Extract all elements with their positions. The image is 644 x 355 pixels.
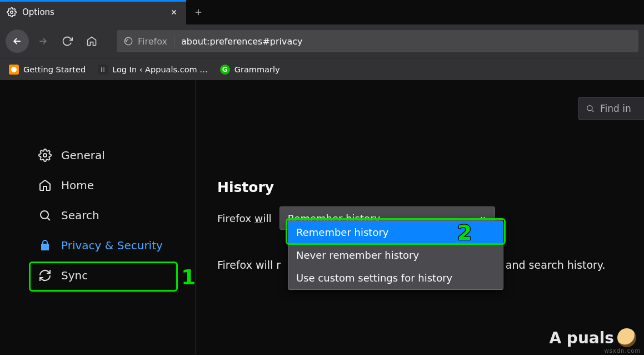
firefox-icon: [123, 36, 133, 46]
sidebar-item-label: Privacy & Security: [61, 239, 163, 252]
svg-point-2: [11, 67, 17, 72]
annotation-number-1: 1: [181, 265, 196, 289]
sidebar-item-label: Search: [61, 209, 99, 222]
svg-point-7: [587, 106, 592, 111]
preferences-content: Find in History Firefox will Remember hi…: [196, 80, 644, 355]
back-button[interactable]: [6, 29, 29, 53]
svg-rect-3: [101, 67, 102, 72]
bookmark-label: Log In ‹ Appuals.com …: [112, 65, 208, 74]
gear-icon: [7, 7, 17, 17]
sidebar-item-label: General: [61, 149, 105, 162]
bookmark-grammarly[interactable]: G Grammarly: [220, 65, 280, 75]
sidebar-item-privacy[interactable]: Privacy & Security: [32, 230, 196, 260]
home-button[interactable]: [81, 31, 102, 52]
bookmark-label: Grammarly: [234, 65, 280, 74]
sidebar-item-label: Home: [61, 179, 94, 192]
history-mode-label: Firefox will: [217, 213, 272, 224]
svg-point-5: [43, 154, 47, 157]
identity-label: Firefox: [138, 36, 167, 47]
tab-options[interactable]: Options: [0, 0, 186, 24]
sidebar-item-label: Sync: [61, 269, 88, 282]
new-tab-button[interactable]: [186, 0, 211, 24]
bookmark-icon: [9, 65, 19, 75]
option-never-remember[interactable]: Never remember history: [288, 244, 503, 267]
toolbar: Firefox about:preferences#privacy: [0, 24, 644, 58]
lock-icon: [38, 239, 52, 252]
site-identity[interactable]: Firefox: [123, 36, 174, 47]
svg-point-0: [11, 11, 13, 14]
url-bar[interactable]: Firefox about:preferences#privacy: [117, 30, 638, 52]
bookmark-icon: G: [220, 65, 230, 75]
find-in-options[interactable]: Find in: [578, 97, 644, 120]
sidebar-item-sync[interactable]: Sync: [32, 260, 196, 290]
sync-icon: [38, 269, 52, 282]
source-watermark: wsxdn.com: [604, 348, 641, 354]
tab-title: Options: [22, 7, 163, 17]
home-icon: [38, 179, 52, 192]
reload-button[interactable]: [57, 31, 78, 52]
search-placeholder: Find in: [600, 103, 631, 114]
search-icon: [586, 104, 595, 113]
bookmark-getting-started[interactable]: Getting Started: [9, 65, 86, 75]
sidebar-item-home[interactable]: Home: [32, 170, 196, 200]
preferences-sidebar: General Home Search Privacy & Security S…: [0, 80, 196, 355]
sidebar-item-general[interactable]: General: [32, 140, 196, 170]
bookmark-appuals[interactable]: Log In ‹ Appuals.com …: [98, 65, 208, 75]
annotation-number-2: 2: [457, 220, 472, 245]
option-custom-settings[interactable]: Use custom settings for history: [288, 267, 503, 289]
sidebar-item-search[interactable]: Search: [32, 200, 196, 230]
bookmarks-bar: Getting Started Log In ‹ Appuals.com … G…: [0, 58, 644, 80]
svg-point-6: [41, 211, 48, 219]
section-heading-history: History: [217, 179, 623, 195]
appuals-watermark: A puals: [549, 328, 636, 347]
forward-button: [32, 31, 53, 52]
url-text: about:preferences#privacy: [181, 36, 303, 47]
search-icon: [38, 209, 52, 222]
close-icon[interactable]: [168, 8, 179, 16]
svg-rect-4: [103, 67, 104, 72]
bookmark-label: Getting Started: [23, 65, 86, 74]
gear-icon: [38, 149, 52, 162]
tab-strip: Options: [0, 0, 644, 24]
preferences-main: General Home Search Privacy & Security S…: [0, 80, 644, 355]
appuals-mascot-icon: [617, 328, 636, 347]
bookmark-icon: [98, 65, 108, 75]
